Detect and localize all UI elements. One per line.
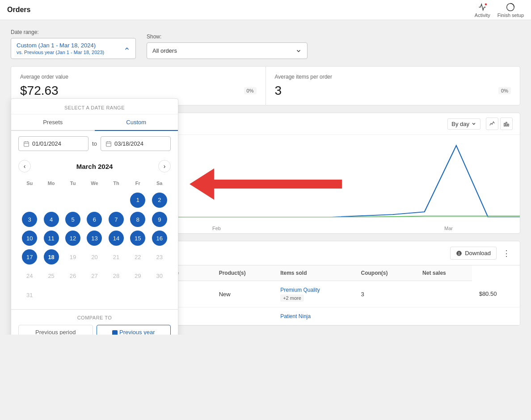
dp-calendar-grid: Su Mo Tu We Th Fr Sa — [18, 178, 171, 306]
calendar-week: 24 25 26 27 28 29 30 — [19, 267, 170, 285]
activity-button[interactable]: Activity — [475, 3, 490, 18]
dp-day-empty — [87, 287, 102, 302]
dp-day[interactable]: 27 — [87, 268, 102, 283]
finish-setup-button[interactable]: Finish setup — [497, 3, 524, 18]
product-more[interactable]: +2 more — [280, 294, 304, 302]
dp-day[interactable]: 2 — [152, 193, 167, 208]
dp-day[interactable]: 7 — [109, 212, 124, 227]
line-chart-button[interactable] — [486, 118, 498, 130]
products-cell: Premium Quality +2 more — [273, 281, 354, 307]
show-select[interactable]: All orders — [147, 42, 308, 59]
main-content: Date range: Custom (Jan 1 - Mar 18, 2024… — [0, 20, 531, 335]
dp-day[interactable]: 24 — [22, 268, 37, 283]
dp-next-month-button[interactable]: › — [158, 160, 171, 172]
bar-chart-button[interactable] — [500, 118, 513, 130]
dp-from-value: 01/01/2024 — [32, 140, 61, 147]
chart-view-buttons — [486, 118, 513, 130]
dp-day[interactable]: 21 — [109, 249, 124, 265]
dp-compare-label: COMPARE TO — [18, 315, 171, 320]
dp-day[interactable]: 19 — [65, 249, 80, 265]
dp-compare-section: COMPARE TO Previous period Previous year — [11, 309, 178, 335]
dp-calendar: ‹ March 2024 › Su Mo Tu We Th Fr Sa — [11, 156, 178, 309]
show-label: Show: — [147, 34, 308, 40]
dp-day[interactable]: 11 — [44, 231, 59, 246]
dp-day[interactable]: 31 — [22, 288, 37, 303]
dp-day[interactable]: 4 — [44, 212, 59, 227]
dp-tab-presets[interactable]: Presets — [11, 114, 95, 130]
dp-day[interactable]: 14 — [109, 231, 124, 246]
dp-cal-header: ‹ March 2024 › — [18, 156, 171, 178]
dp-day[interactable]: 5 — [65, 212, 80, 227]
customer-type: New — [219, 291, 231, 298]
date-range-button[interactable]: Custom (Jan 1 - Mar 18, 2024) vs. Previo… — [11, 38, 136, 59]
x-label-feb: Feb — [212, 226, 221, 231]
dp-day-empty — [109, 287, 124, 302]
download-icon — [456, 250, 462, 256]
col-net-sales: Net sales — [415, 265, 472, 281]
dp-to-input[interactable]: 03/18/2024 — [101, 136, 171, 151]
svg-rect-7 — [24, 142, 29, 147]
calendar-week: 31 — [19, 286, 170, 305]
dp-date-inputs: 01/01/2024 to 03/18/2024 — [11, 131, 178, 156]
dp-compare-buttons: Previous period Previous year — [18, 325, 171, 335]
product-link[interactable]: Premium Quality — [280, 287, 320, 293]
activity-label: Activity — [475, 13, 490, 18]
weekday-fr: Fr — [127, 179, 148, 189]
dp-day-empty — [44, 192, 59, 207]
svg-rect-0 — [485, 3, 487, 5]
dp-day[interactable]: 8 — [130, 212, 145, 227]
dp-to-label: to — [92, 140, 97, 147]
dp-day[interactable]: 3 — [22, 212, 37, 227]
dp-calendar-body: 1 2 3 4 5 6 7 8 9 10 — [19, 190, 170, 305]
dp-day[interactable]: 1 — [130, 193, 145, 208]
topbar-actions: Activity Finish setup — [475, 0, 524, 20]
metric-avg-items-label: Average items per order — [275, 74, 511, 80]
dp-tab-custom[interactable]: Custom — [95, 114, 178, 131]
dp-day[interactable]: 12 — [65, 231, 80, 246]
x-label-mar: Mar — [444, 226, 453, 231]
dp-day[interactable]: 25 — [44, 268, 59, 283]
dp-compare-previous-year[interactable]: Previous year — [97, 325, 171, 335]
metric-avg-order-row: $72.63 0% — [20, 84, 257, 98]
dp-day[interactable]: 29 — [130, 268, 145, 283]
dp-day[interactable]: 13 — [87, 231, 102, 246]
metric-avg-items-badge: 0% — [498, 87, 511, 94]
dp-compare-previous-period[interactable]: Previous period — [18, 325, 93, 335]
dp-day[interactable]: 22 — [130, 249, 145, 265]
dp-day[interactable]: 28 — [109, 268, 124, 283]
dp-day-empty — [44, 287, 59, 302]
dp-day[interactable]: 15 — [130, 231, 145, 246]
dp-day-empty — [130, 287, 145, 302]
download-button[interactable]: Download — [450, 247, 497, 260]
metric-avg-order-badge: 0% — [244, 87, 257, 94]
dp-day[interactable]: 9 — [152, 212, 167, 227]
weekday-mo: Mo — [41, 179, 61, 189]
dp-from-input[interactable]: 01/01/2024 — [18, 136, 88, 151]
period-chevron-icon — [471, 121, 476, 126]
dp-day[interactable]: 6 — [87, 212, 102, 227]
dp-day-selected[interactable]: 18 — [44, 249, 59, 265]
dp-weekdays: Su Mo Tu We Th Fr Sa — [19, 179, 170, 189]
dp-day[interactable]: 30 — [152, 268, 167, 283]
dp-day[interactable]: 26 — [65, 268, 80, 283]
dp-day-empty — [22, 192, 37, 207]
period-label: By day — [451, 121, 469, 127]
dp-day[interactable]: 17 — [22, 249, 37, 265]
dp-day[interactable]: 20 — [87, 249, 102, 265]
weekday-tu: Tu — [63, 179, 83, 189]
customer-type-cell-2 — [212, 307, 274, 325]
dp-prev-month-button[interactable]: ‹ — [18, 160, 31, 172]
dp-day[interactable]: 10 — [22, 231, 37, 246]
product-link-2[interactable]: Patient Ninja — [280, 313, 311, 319]
date-range-sub: vs. Previous year (Jan 1 - Mar 18, 2023) — [17, 50, 104, 55]
col-products: Product(s) — [212, 265, 274, 281]
dp-day[interactable]: 23 — [152, 249, 167, 265]
more-options-button[interactable]: ⋮ — [500, 247, 513, 260]
calendar-week: 3 4 5 6 7 8 9 — [19, 210, 170, 228]
metric-avg-order-value: $72.63 — [20, 84, 59, 98]
dp-day-empty — [152, 287, 167, 302]
dp-day[interactable]: 16 — [152, 231, 167, 246]
metric-avg-order-label: Average order value — [20, 74, 257, 80]
period-select[interactable]: By day — [447, 118, 480, 130]
dp-day-empty — [109, 192, 124, 207]
